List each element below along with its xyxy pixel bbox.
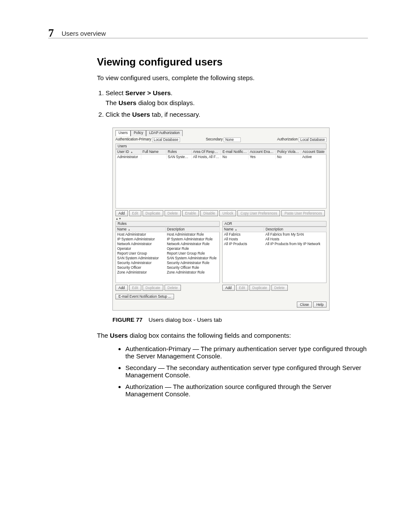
col-description[interactable]: Description [165,227,219,232]
table-row[interactable]: IP System AdministratorIP System Adminis… [116,237,219,242]
step-1: Select Server > Users. The Users dialog … [106,89,368,106]
edit-button[interactable]: Edit [129,285,141,291]
auth-primary-label: Authentication-Primary [115,137,151,142]
duplicate-button[interactable]: Duplicate [143,285,163,291]
email-setup-button[interactable]: E-mail Event Notification Setup ... [115,294,174,299]
edit-button[interactable]: Edit [129,210,141,216]
col-name[interactable]: Name [223,227,264,232]
paste-prefs-button[interactable]: Paste User Preferences [281,210,325,216]
table-row[interactable]: Network AdministratorNetwork Administrat… [116,242,219,246]
users-grid-header: User ID Full Name Roles Area Of Respon..… [115,149,327,155]
col-aor[interactable]: Area Of Respon.. [192,149,221,155]
unlock-button[interactable]: Unlock [219,210,236,216]
page-title: Viewing configured users [97,56,368,68]
steps-list: Select Server > Users. The Users dialog … [106,89,368,118]
delete-button[interactable]: Delete [165,210,181,216]
dialog-footer: Close Help [115,302,327,308]
page-section: Users overview [62,30,106,37]
table-row[interactable]: Host AdministratorHost Administrator Rol… [116,232,219,237]
col-state[interactable]: Account State [301,149,327,155]
delete-button[interactable]: Delete [165,285,181,291]
intro-text: To view configured users, complete the f… [97,74,368,81]
add-button[interactable]: Add [115,210,128,216]
close-button[interactable]: Close [297,302,312,308]
splitter-icon[interactable]: ▲▼ [115,217,327,220]
bullets-list: Authentication-Primary — The primary aut… [125,345,368,398]
duplicate-button[interactable]: Duplicate [249,285,270,291]
users-dialog: Users Policy LDAP Authorization Authenti… [112,128,330,311]
header-rule [48,38,368,38]
col-enabled[interactable]: Account Enabled [249,149,276,155]
roles-grid-body[interactable]: Host AdministratorHost Administrator Rol… [115,232,220,283]
aor-button-row: Add Edit Duplicate Delete [222,285,327,291]
tab-users[interactable]: Users [115,130,131,136]
list-item: Secondary — The secondary authentication… [125,364,368,379]
add-button[interactable]: Add [222,285,235,291]
table-row[interactable]: All IP ProductsAll IP Products from My I… [223,242,326,246]
auth-info-row: Authentication-Primary Local Database Se… [115,137,327,142]
dialog-tabs: Users Policy LDAP Authorization [115,130,327,136]
table-row[interactable]: Security OfficerSecurity Officer Role [116,265,219,270]
aor-grid-body[interactable]: All FabricsAll Fabrics from My SANAll Ho… [222,232,327,283]
aor-panel-label: AOR [222,221,327,227]
table-row[interactable]: SAN System AdministratorSAN System Admin… [116,256,219,261]
roles-button-row: Add Edit Duplicate Delete [115,285,220,291]
col-name[interactable]: Name [116,227,166,232]
table-row[interactable]: OperatorOperator Role [116,246,219,251]
auth-primary-value: Local Database [152,137,180,142]
list-item: Authentication-Primary — The primary aut… [125,345,368,360]
disable-button[interactable]: Disable [200,210,218,216]
roles-panel-label: Roles [115,221,220,227]
figure-caption: FIGURE 77Users dialog box - Users tab [112,317,368,323]
list-item: Authorization — The authorization source… [125,383,368,398]
add-button[interactable]: Add [115,285,128,291]
col-email[interactable]: E-mail Notification [221,149,249,155]
users-grid-body[interactable]: Administrator SAN System Ad... All Hosts… [115,155,327,208]
delete-button[interactable]: Delete [271,285,288,291]
col-roles[interactable]: Roles [166,149,192,155]
step-2: Click the Users tab, if necessary. [106,111,368,118]
help-button[interactable]: Help [313,302,327,308]
col-violations[interactable]: Policy Violations [276,149,301,155]
tab-ldap-authorization[interactable]: LDAP Authorization [146,130,183,136]
table-row[interactable]: All HostsAll Hosts [223,237,326,242]
col-user-id[interactable]: User ID [116,149,141,155]
tab-policy[interactable]: Policy [131,130,146,136]
col-description[interactable]: Description [264,227,327,232]
roles-grid-header: Name Description [115,227,220,232]
edit-button[interactable]: Edit [236,285,248,291]
authorization-label: Authorization [277,137,298,142]
table-row[interactable]: Security AdministratorSecurity Administr… [116,261,219,265]
secondary-label: Secondary [206,137,223,142]
table-row[interactable]: Report User GroupReport User Group Role [116,251,219,256]
table-row[interactable]: Administrator SAN System Ad... All Hosts… [116,155,326,159]
table-row[interactable]: All FabricsAll Fabrics from My SAN [223,232,326,237]
users-panel-label: Users [115,143,327,149]
secondary-value: None [224,137,241,142]
aor-grid-header: Name Description [222,227,327,232]
copy-prefs-button[interactable]: Copy User Preferences [237,210,280,216]
col-full-name[interactable]: Full Name [141,149,166,155]
after-text: The Users dialog box contains the follow… [97,332,368,339]
users-button-row: Add Edit Duplicate Delete Enable Disable… [115,210,327,216]
enable-button[interactable]: Enable [182,210,199,216]
table-row[interactable]: Zone AdministratorZone Administrator Rol… [116,270,219,275]
duplicate-button[interactable]: Duplicate [143,210,163,216]
authorization-value: Local Database [299,137,327,142]
